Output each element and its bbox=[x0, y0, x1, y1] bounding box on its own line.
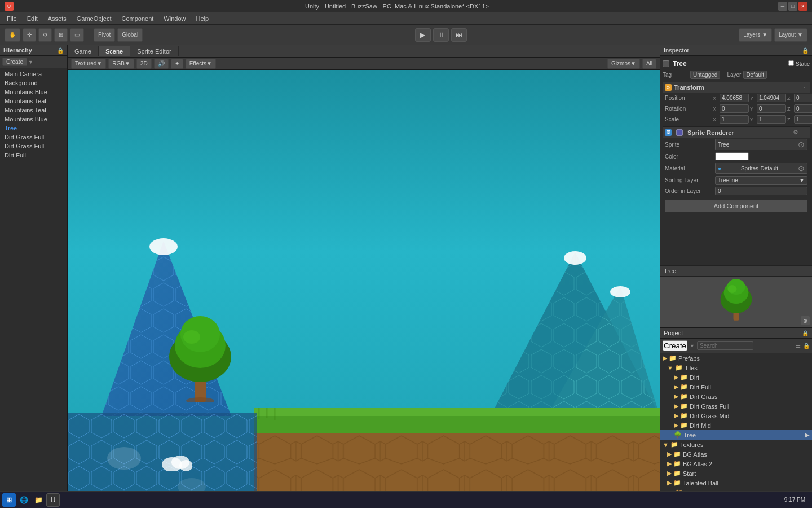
effects-dropdown[interactable]: Effects ▼ bbox=[186, 59, 216, 69]
gizmos-dropdown[interactable]: Gizmos ▼ bbox=[607, 59, 640, 69]
project-create-bar: Create ▼ ☰ 🔒 bbox=[660, 339, 812, 353]
hier-item-dirt-grass-full-1[interactable]: Dirt Grass Full bbox=[0, 133, 67, 142]
layers-dropdown[interactable]: Layers ▼ bbox=[739, 28, 772, 42]
window-controls: ─ □ ✕ bbox=[778, 2, 807, 11]
rotate-tool[interactable]: ↺ bbox=[38, 28, 52, 42]
tree-object bbox=[166, 306, 234, 403]
scale-x[interactable] bbox=[720, 115, 749, 124]
all-dropdown[interactable]: All bbox=[642, 59, 656, 69]
global-button[interactable]: Global bbox=[117, 28, 143, 42]
tab-sprite-editor[interactable]: Sprite Editor bbox=[130, 46, 179, 56]
object-enabled-checkbox[interactable] bbox=[663, 60, 669, 67]
menu-help[interactable]: Help bbox=[191, 14, 213, 23]
project-create-btn[interactable]: Create bbox=[663, 340, 687, 351]
menu-window[interactable]: Window bbox=[159, 14, 190, 23]
color-swatch[interactable] bbox=[715, 152, 749, 160]
proj-start-folder[interactable]: ▶ 📁 Start bbox=[660, 468, 812, 478]
hier-item-tree[interactable]: Tree bbox=[0, 124, 67, 133]
layout-dropdown[interactable]: Layout ▼ bbox=[774, 28, 807, 42]
static-checkbox[interactable] bbox=[788, 60, 794, 66]
position-x[interactable] bbox=[720, 94, 749, 102]
rect-tool[interactable]: ▭ bbox=[70, 28, 84, 42]
hier-item-dirt-full[interactable]: Dirt Full bbox=[0, 151, 67, 160]
sr-menu-icon[interactable]: ⋮ bbox=[801, 129, 807, 135]
proj-dirt-mid-folder[interactable]: ▶ 📁 Dirt Mid bbox=[660, 421, 812, 430]
menu-gameobject[interactable]: GameObject bbox=[72, 14, 116, 23]
pause-button[interactable]: ⏸ bbox=[433, 28, 449, 42]
hier-item-main-camera[interactable]: Main Camera bbox=[0, 69, 67, 78]
proj-tree-file[interactable]: 🌳 Tree ▶ bbox=[660, 430, 812, 440]
project-lock2-icon[interactable]: 🔒 bbox=[803, 343, 810, 349]
project-view-toggle[interactable]: ☰ bbox=[796, 343, 801, 349]
menu-assets[interactable]: Assets bbox=[43, 14, 71, 23]
scale-z[interactable] bbox=[794, 115, 812, 124]
layer-dropdown[interactable]: Default bbox=[743, 71, 767, 79]
inspector-lock-icon: 🔒 bbox=[802, 47, 809, 54]
proj-tiles-folder[interactable]: ▼ 📁 Tiles bbox=[660, 363, 812, 373]
hier-item-background[interactable]: Background bbox=[0, 78, 67, 87]
taskbar-ie[interactable]: 🌐 bbox=[17, 493, 30, 507]
scene-canvas[interactable] bbox=[68, 70, 660, 508]
tag-dropdown[interactable]: Untagged bbox=[690, 71, 720, 79]
project-lock-icon: 🔒 bbox=[802, 330, 809, 336]
rotation-y[interactable] bbox=[757, 104, 786, 113]
scale-y[interactable] bbox=[757, 115, 786, 124]
svg-point-10 bbox=[564, 251, 586, 265]
hand-tool[interactable]: ✋ bbox=[5, 28, 20, 42]
hier-item-dirt-grass-full-2[interactable]: Dirt Grass Full bbox=[0, 142, 67, 151]
move-tool[interactable]: ✛ bbox=[23, 28, 36, 42]
sy-label: Y bbox=[750, 117, 756, 122]
proj-dirt-grass-mid-folder[interactable]: ▶ 📁 Dirt Grass Mid bbox=[660, 411, 812, 421]
audio-button[interactable]: 🔊 bbox=[154, 59, 169, 69]
preview-zoom-button[interactable]: ⊕ bbox=[801, 316, 810, 325]
close-button[interactable]: ✕ bbox=[798, 2, 807, 11]
material-picker-btn[interactable]: ⊙ bbox=[798, 164, 805, 173]
tab-game[interactable]: Game bbox=[68, 46, 99, 56]
proj-dirt-full-folder[interactable]: ▶ 📁 Dirt Full bbox=[660, 382, 812, 392]
position-y[interactable] bbox=[757, 94, 786, 102]
proj-dirt-grass-folder[interactable]: ▶ 📁 Dirt Grass bbox=[660, 392, 812, 401]
proj-talented-ball-folder[interactable]: ▶ 📁 Talented Ball bbox=[660, 478, 812, 488]
rotation-x[interactable] bbox=[720, 104, 749, 113]
hierarchy-create-btn[interactable]: Create bbox=[2, 58, 27, 66]
menu-edit[interactable]: Edit bbox=[23, 14, 42, 23]
hier-item-mountains-teal-2[interactable]: Mountains Teal bbox=[0, 106, 67, 115]
rotation-z[interactable] bbox=[794, 104, 812, 113]
proj-bgatlas-folder[interactable]: ▶ 📁 BG Atlas bbox=[660, 449, 812, 459]
textured-dropdown[interactable]: Textured ▼ bbox=[71, 59, 106, 69]
proj-dirt-folder[interactable]: ▶ 📁 Dirt bbox=[660, 373, 812, 382]
play-button[interactable]: ▶ bbox=[415, 28, 431, 42]
taskbar-start[interactable]: ⊞ bbox=[2, 493, 16, 507]
position-z[interactable] bbox=[794, 94, 812, 102]
scene-toolbar: Textured ▼ RGB ▼ 2D 🔊 ✦ Effects ▼ Gizmos… bbox=[68, 58, 660, 70]
menu-file[interactable]: File bbox=[2, 14, 21, 23]
scale-tool[interactable]: ⊞ bbox=[54, 28, 68, 42]
hier-item-mountains-teal-1[interactable]: Mountains Teal bbox=[0, 97, 67, 106]
proj-bgatlas2-folder[interactable]: ▶ 📁 BG Atlas 2 bbox=[660, 459, 812, 468]
sprite-renderer-section-header[interactable]: 🖼 Sprite Renderer ⚙ ⋮ bbox=[663, 126, 810, 138]
proj-prefabs-folder[interactable]: ▶ 📁 Prefabs bbox=[660, 353, 812, 363]
sorting-layer-value[interactable]: Treeline ▼ bbox=[715, 176, 807, 185]
taskbar-unity[interactable]: U bbox=[46, 493, 60, 507]
project-search[interactable] bbox=[697, 341, 753, 350]
hier-item-mountains-blue-2[interactable]: Mountains Blue bbox=[0, 115, 67, 124]
pivot-button[interactable]: Pivot bbox=[94, 28, 115, 42]
menu-component[interactable]: Component bbox=[117, 14, 158, 23]
maximize-button[interactable]: □ bbox=[788, 2, 797, 11]
taskbar-folder[interactable]: 📁 bbox=[32, 493, 45, 507]
fx-button[interactable]: ✦ bbox=[171, 59, 183, 69]
proj-dirt-grass-full-folder[interactable]: ▶ 📁 Dirt Grass Full bbox=[660, 401, 812, 411]
tab-scene[interactable]: Scene bbox=[99, 46, 130, 56]
minimize-button[interactable]: ─ bbox=[778, 2, 787, 11]
sprite-picker-btn[interactable]: ⊙ bbox=[798, 140, 805, 149]
hier-item-mountains-blue-1[interactable]: Mountains Blue bbox=[0, 87, 67, 97]
sprite-renderer-enabled[interactable] bbox=[676, 129, 683, 136]
scale-label: Scale bbox=[665, 116, 713, 122]
transform-section-header[interactable]: ⟳ Transform ⋮ bbox=[663, 82, 810, 93]
2d-button[interactable]: 2D bbox=[136, 59, 152, 69]
sr-settings-icon[interactable]: ⚙ bbox=[793, 129, 798, 135]
step-button[interactable]: ⏭ bbox=[451, 28, 467, 42]
proj-textures-folder[interactable]: ▼ 📁 Textures bbox=[660, 440, 812, 449]
rgb-dropdown[interactable]: RGB ▼ bbox=[108, 59, 134, 69]
add-component-button[interactable]: Add Component bbox=[665, 200, 807, 212]
